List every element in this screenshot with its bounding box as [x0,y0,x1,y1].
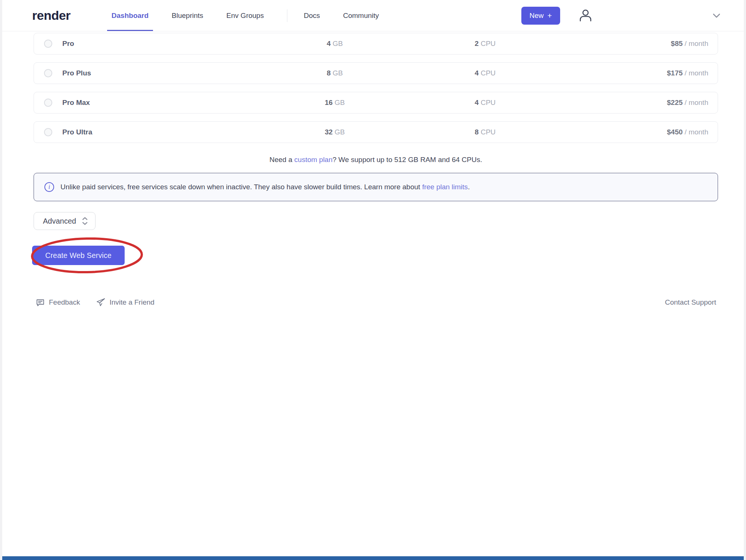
plan-name: Pro Ultra [62,128,92,136]
plan-table: Pro 4 GB 2 CPU $85 / month Pro Plus 8 GB… [34,31,718,143]
feedback-chat-icon [36,298,45,307]
top-navigation: render Dashboard Blueprints Env Groups D… [2,0,744,31]
nav-blueprints[interactable]: Blueprints [172,0,203,31]
chevron-up-down-icon [82,217,88,225]
main-content: Pro 4 GB 2 CPU $85 / month Pro Plus 8 GB… [2,31,744,307]
plan-cpu: 8 CPU [390,128,581,136]
contact-support-link[interactable]: Contact Support [665,298,718,307]
plan-row-pro[interactable]: Pro 4 GB 2 CPU $85 / month [34,33,718,55]
free-plan-limits-link[interactable]: free plan limits [422,183,468,191]
bottom-bar [2,556,744,560]
invite-friend-link[interactable]: Invite a Friend [96,298,154,307]
render-logo[interactable]: render [32,8,71,23]
nav-community[interactable]: Community [343,0,379,31]
plan-name: Pro Plus [62,69,91,77]
new-button-label: New [530,12,544,20]
nav-docs[interactable]: Docs [304,0,320,31]
plan-price: $225 / month [581,99,718,107]
info-icon: i [44,182,54,192]
plan-price: $175 / month [581,69,718,77]
plan-ram: 4 GB [280,40,390,48]
plus-icon: + [547,11,552,20]
plan-ram: 8 GB [280,69,390,77]
plan-name: Pro Max [62,99,90,107]
create-button-area: Create Web Service [34,238,190,274]
radio-button[interactable] [44,40,52,48]
new-button[interactable]: New + [521,7,560,25]
plan-ram: 16 GB [280,99,390,107]
feedback-link[interactable]: Feedback [36,298,80,307]
plan-name-cell: Pro Max [34,99,280,107]
free-plan-info-banner: i Unlike paid services, free services sc… [34,173,718,201]
banner-text: Unlike paid services, free services scal… [60,183,470,191]
advanced-toggle[interactable]: Advanced [34,212,96,230]
paper-plane-icon [96,298,105,307]
create-web-service-button[interactable]: Create Web Service [32,246,125,265]
custom-plan-link[interactable]: custom plan [294,156,333,164]
primary-nav: Dashboard Blueprints Env Groups Docs Com… [112,0,402,31]
user-account-icon[interactable] [578,8,593,23]
plan-row-pro-ultra[interactable]: Pro Ultra 32 GB 8 CPU $450 / month [34,121,718,143]
feedback-label: Feedback [49,298,80,307]
plan-cpu: 2 CPU [390,40,581,48]
plan-price: $450 / month [581,128,718,136]
plan-price: $85 / month [581,40,718,48]
plan-name-cell: Pro Ultra [34,128,280,136]
plan-cpu: 4 CPU [390,99,581,107]
invite-friend-label: Invite a Friend [109,298,154,307]
plan-ram: 32 GB [280,128,390,136]
plan-cpu: 4 CPU [390,69,581,77]
nav-env-groups[interactable]: Env Groups [227,0,264,31]
nav-divider [287,9,287,22]
plan-name: Pro [62,40,74,48]
radio-button[interactable] [44,99,52,107]
chevron-down-icon[interactable] [712,13,721,18]
plan-name-cell: Pro Plus [34,69,280,77]
page-footer: Feedback Invite a Friend Contact Support [34,298,718,307]
custom-plan-note: Need a custom plan? We support up to 512… [34,156,718,164]
plan-row-pro-max[interactable]: Pro Max 16 GB 4 CPU $225 / month [34,92,718,113]
radio-button[interactable] [44,128,52,136]
nav-right-group: New + [521,7,721,25]
advanced-label: Advanced [43,217,76,225]
radio-button[interactable] [44,69,52,77]
plan-row-pro-plus[interactable]: Pro Plus 8 GB 4 CPU $175 / month [34,62,718,84]
plan-name-cell: Pro [34,40,280,48]
nav-dashboard[interactable]: Dashboard [112,0,149,31]
